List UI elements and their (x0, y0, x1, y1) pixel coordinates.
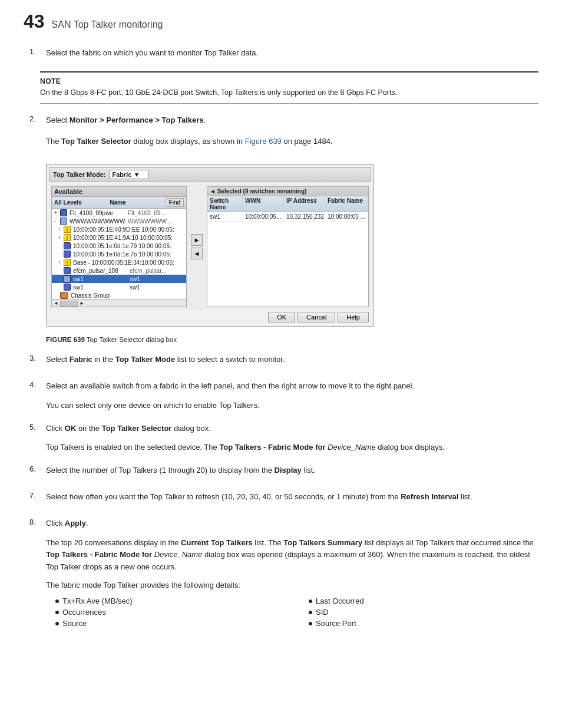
step-3-number: 3. (29, 354, 40, 370)
switch-icon-5 (64, 251, 71, 258)
cancel-button[interactable]: Cancel (297, 312, 335, 322)
col-wwn: WWN (243, 196, 284, 212)
right-col-headers: Switch Name WWN IP Address Fabric Name (207, 196, 368, 212)
figure-label: FIGURE 639 (46, 336, 85, 343)
col-ip: IP Address (284, 196, 325, 212)
bullet-text-tx: Tx+Rx Ave (MB/sec) (62, 597, 133, 605)
find-button[interactable]: Find (166, 198, 184, 207)
bullet-item-sid: SID (309, 608, 538, 617)
right-table-row[interactable]: sw1 10:00:00:05... 10.32.150.232 10:00:0… (207, 212, 368, 222)
switch-icon-9 (64, 284, 71, 291)
step-4-number: 4. (29, 380, 40, 396)
tree-item-4[interactable]: 10:00:00:05:1e:0d:1e:79 10:00:00:05: (52, 242, 186, 250)
step6-kw: Display (275, 466, 302, 475)
switch-icon-7 (64, 267, 71, 274)
dialog-footer: OK Cancel Help (49, 309, 371, 324)
all-levels-label: All Levels (54, 199, 110, 206)
bullet-dot-5 (309, 611, 312, 614)
step-5-section: 5. Click OK on the Top Talker Selector d… (24, 423, 538, 454)
step5-kw2: Top Talker Selector (102, 424, 172, 433)
dialog-mode-dropdown[interactable]: Fabric ▼ (109, 170, 148, 179)
warn-icon-6: ! (64, 259, 71, 266)
step3-kw2: Top Talker Mode (115, 355, 175, 364)
tree-item-9[interactable]: sw1 sw1 (52, 283, 186, 291)
scroll-left-btn[interactable]: ◄ (52, 301, 60, 306)
bullet-text-sourceport: Source Port (316, 619, 356, 628)
page-header: 43 SAN Top Talker monitoring (24, 12, 538, 31)
bullet-dot-6 (309, 622, 312, 625)
step-5-number: 5. (29, 423, 40, 439)
step-5-subtext: Top Talkers is enabled on the selected d… (46, 443, 445, 452)
step-3-text: Select Fabric in the Top Talker Mode lis… (46, 354, 285, 366)
bullet-text-last: Last Occurred (316, 597, 364, 605)
help-button[interactable]: Help (338, 312, 369, 322)
step-7-text: Select how often you want the Top Talker… (46, 491, 472, 503)
fabric-icon-1 (60, 218, 67, 225)
step-2-section: 2. Select Monitor > Performance > Top Ta… (24, 114, 538, 344)
step-2-text: Select Monitor > Performance > Top Talke… (46, 114, 206, 127)
scroll-right-btn[interactable]: ► (78, 301, 86, 306)
step-1-text: Select the fabric on which you want to m… (46, 47, 258, 60)
step-4-text: Select an available switch from a fabric… (46, 380, 414, 393)
step3-kw1: Fabric (70, 355, 92, 364)
arrow-column: ► ◄ (189, 186, 204, 307)
available-panel: Available All Levels Name Find + Flt_410… (51, 186, 187, 307)
tree-item-2[interactable]: + ! 10:00:00:05:1E:40:9D:EE 10:00:00:05: (52, 225, 186, 233)
panel-sub-header: All Levels Name Find (52, 197, 186, 209)
tree-item-1[interactable]: - WWWWWWWWWW WWWWWWW... (52, 217, 186, 225)
figure-caption-text: Top Talker Selector dialog box (87, 336, 177, 343)
cell-fabric: 10:00:00:05 ... (325, 213, 368, 220)
tree-item-6[interactable]: + ! Base - 10:00:00:05:1E:34:10:00:00:05… (52, 258, 186, 266)
group-icon-10 (60, 292, 68, 299)
col-fabric: Fabric Name (325, 196, 368, 212)
figure-caption: FIGURE 639 Top Talker Selector dialog bo… (46, 336, 538, 343)
move-right-button[interactable]: ► (191, 234, 203, 246)
chapter-title: SAN Top Talker monitoring (52, 19, 163, 30)
available-label: Available (54, 188, 82, 195)
step-6-section: 6. Select the number of Top Talkers (1 t… (24, 465, 538, 480)
selected-panel-header: ◄ Selected (9 switches remaining) (207, 187, 368, 196)
step8-sub-kw1: Current Top Talkers (181, 538, 253, 547)
tree-item-5[interactable]: 10:00:00:05:1e:0d:1e:7b 10:00:00:05: (52, 250, 186, 258)
step8-sub-kw3: Top Talkers - Fabric Mode for (46, 550, 152, 559)
scroll-thumb[interactable] (60, 301, 78, 307)
dialog-body: Available All Levels Name Find + Flt_410… (49, 184, 371, 309)
step-2-number: 2. (29, 114, 40, 130)
dialog-title-text: Top Talker Mode: (53, 171, 105, 178)
ok-button[interactable]: OK (268, 312, 295, 322)
warn-icon-2: ! (64, 226, 71, 233)
col-switch-name: Switch Name (207, 196, 243, 212)
tree-item-0[interactable]: + Flt_4100_09pwe Flt_4100_09... (52, 209, 186, 217)
tree-item-7[interactable]: efcm_pulsar_108 efcm_pulsar... (52, 266, 186, 275)
note-label: NOTE (40, 77, 538, 85)
move-left-button[interactable]: ◄ (191, 248, 203, 259)
menu-path: Monitor > Performance > Top Talkers (70, 116, 204, 124)
tree-item-3[interactable]: + ! 10:00:00:05:1E:41:9A:10 10:00:00:05: (52, 233, 186, 242)
step-4-section: 4. Select an available switch from a fab… (24, 380, 538, 412)
bullet-dot-3 (55, 622, 59, 625)
bullet-text-occ: Occurrences (62, 608, 106, 617)
bullet-item-sourceport: Source Port (309, 619, 538, 628)
figure-link[interactable]: Figure 639 (245, 137, 282, 146)
tree-container: + Flt_4100_09pwe Flt_4100_09... - WWWWWW… (52, 209, 186, 299)
note-text: On the 8 Gbps 8-FC port, 10 GbE 24-DCB p… (40, 87, 538, 98)
step8-sub-italic: Device_Name (152, 550, 202, 559)
bullet-item-occ: Occurrences (55, 608, 285, 617)
tree-item-8[interactable]: sw1 sw1 (52, 275, 186, 283)
step-2-subtext: The Top Talker Selector dialog box displ… (46, 137, 333, 146)
step-8-number: 8. (29, 518, 40, 533)
horizontal-scrollbar[interactable]: ◄ ► (52, 299, 186, 307)
step-6-text: Select the number of Top Talkers (1 thro… (46, 465, 315, 477)
note-box: NOTE On the 8 Gbps 8-FC port, 10 GbE 24-… (40, 71, 538, 104)
step-5-text: Click OK on the Top Talker Selector dial… (46, 423, 211, 435)
tree-item-10[interactable]: Chassis Group (52, 291, 186, 299)
step7-kw: Refresh Interval (401, 492, 458, 501)
bullet-text-sid: SID (316, 608, 329, 617)
name-col: Name (110, 199, 165, 206)
step-1-number: 1. (29, 47, 40, 63)
cell-switch-name: sw1 (207, 213, 243, 220)
bullet-item-tx: Tx+Rx Ave (MB/sec) (55, 597, 285, 605)
step8-kw: Apply (65, 519, 86, 528)
bullet-text-source: Source (62, 619, 87, 628)
switch-icon-0 (60, 209, 67, 216)
